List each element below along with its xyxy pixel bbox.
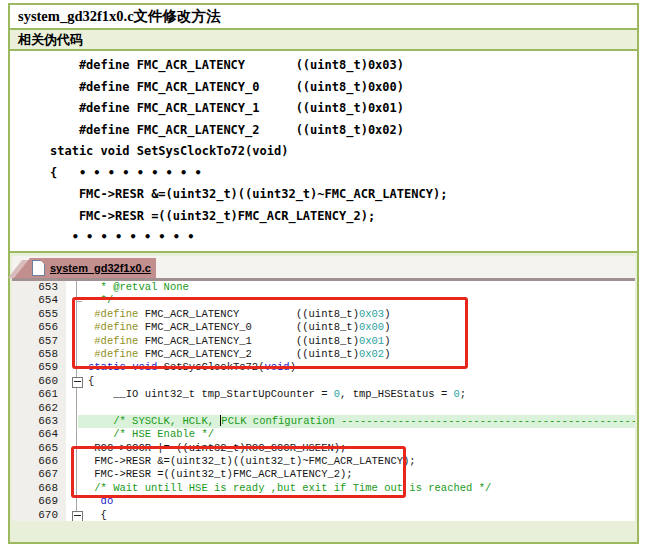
document-page: system_gd32f1x0.c文件修改方法 相关伪代码 #define FM… [0, 0, 647, 550]
fold-collapse-icon[interactable] [72, 377, 83, 388]
code-editor-screenshot: system_gd32f1x0.c 6536546556566576586596… [12, 256, 635, 521]
line-number: 655 [12, 308, 66, 321]
fold-end-tick [76, 301, 82, 302]
modification-guide-table: system_gd32f1x0.c文件修改方法 相关伪代码 #define FM… [8, 3, 639, 544]
line-number: 653 [12, 281, 66, 294]
pseudo-code-line: #define FMC_ACR_LATENCY_0 ((uint8_t)0x00… [50, 77, 447, 99]
code-line: do [78, 495, 635, 508]
line-number: 659 [12, 361, 66, 374]
tab-system-gd32f1x0[interactable]: system_gd32f1x0.c [14, 258, 156, 278]
line-number: 666 [12, 455, 66, 468]
pseudo-code-line: #define FMC_ACR_LATENCY ((uint8_t)0x03) [50, 55, 447, 77]
code-line: FMC->RESR =((uint32_t)FMC_ACR_LATENCY_2)… [78, 468, 635, 481]
pseudo-code-line: #define FMC_ACR_LATENCY_1 ((uint8_t)0x01… [50, 98, 447, 120]
line-number: 658 [12, 348, 66, 361]
line-number: 669 [12, 495, 66, 508]
pseudo-code-line: • • • • • • • • • [50, 227, 447, 249]
page-title: system_gd32f1x0.c文件修改方法 [18, 7, 221, 26]
code-line: { [78, 509, 635, 521]
code-line: */ [78, 294, 635, 307]
code-line: static void SetSysClockTo72(void) [78, 361, 635, 374]
pseudo-code-block: #define FMC_ACR_LATENCY ((uint8_t)0x03) … [50, 55, 447, 270]
code-line: /* HSE Enable */ [78, 428, 635, 441]
code-line: /* Wait untill HSE is ready ,but exit if… [78, 482, 635, 495]
code-line: FMC->RESR &=(uint32_t)((uint32_t)~FMC_AC… [78, 455, 635, 468]
line-number: 656 [12, 321, 66, 334]
fold-collapse-icon[interactable] [72, 511, 83, 521]
line-number: 662 [12, 402, 66, 415]
code-line: * @retval None [78, 281, 635, 294]
tab-label: system_gd32f1x0.c [50, 262, 151, 274]
code-line: /* SYSCLK, HCLK, PCLK configuration ----… [78, 415, 635, 428]
code-line: { [78, 375, 635, 388]
pseudo-code-line: #define FMC_ACR_LATENCY_2 ((uint8_t)0x02… [50, 120, 447, 142]
line-number-gutter: 6536546556566576586596606616626636646656… [12, 281, 66, 521]
code-line: #define FMC_ACR_LATENCY_2 ((uint8_t)0x02… [78, 348, 635, 361]
pseudo-code-row: #define FMC_ACR_LATENCY ((uint8_t)0x03) … [10, 51, 637, 253]
editor-screenshot-row: system_gd32f1x0.c 6536546556566576586596… [10, 253, 637, 542]
code-line: RCC->GCCR |= ((uint32_t)RCC_GCCR_HSEEN); [78, 442, 635, 455]
line-number: 663 [12, 415, 66, 428]
section-label: 相关伪代码 [18, 31, 83, 49]
code-line: #define FMC_ACR_LATENCY ((uint8_t)0x03) [78, 308, 635, 321]
code-line: #define FMC_ACR_LATENCY_1 ((uint8_t)0x01… [78, 335, 635, 348]
pseudo-code-line: { • • • • • • • • • [50, 163, 447, 185]
pseudo-code-line: static void SetSysClockTo72(void) [50, 141, 447, 163]
line-number: 661 [12, 388, 66, 401]
editor-tab-bar: system_gd32f1x0.c [12, 256, 635, 281]
pseudo-code-line: FMC->RESR =((uint32_t)FMC_ACR_LATENCY_2)… [50, 206, 447, 228]
doc-title-row: system_gd32f1x0.c文件修改方法 [10, 5, 637, 30]
pseudo-code-section-header: 相关伪代码 [10, 30, 637, 51]
fold-guide-line [76, 281, 77, 521]
code-line: #define FMC_ACR_LATENCY_0 ((uint8_t)0x00… [78, 321, 635, 334]
line-number: 660 [12, 375, 66, 388]
line-number: 668 [12, 482, 66, 495]
document-icon [32, 260, 45, 276]
code-area: * @retval None */ #define FMC_ACR_LATENC… [78, 281, 635, 521]
code-line [78, 402, 635, 415]
line-number: 667 [12, 468, 66, 481]
editor-body: 6536546556566576586596606616626636646656… [12, 281, 635, 521]
line-number: 654 [12, 294, 66, 307]
line-number: 664 [12, 428, 66, 441]
line-number: 657 [12, 335, 66, 348]
pseudo-code-line: FMC->RESR &=(uint32_t)((uint32_t)~FMC_AC… [50, 184, 447, 206]
code-line: __IO uint32_t tmp_StartUpCounter = 0, tm… [78, 388, 635, 401]
line-number: 670 [12, 509, 66, 521]
line-number: 665 [12, 442, 66, 455]
